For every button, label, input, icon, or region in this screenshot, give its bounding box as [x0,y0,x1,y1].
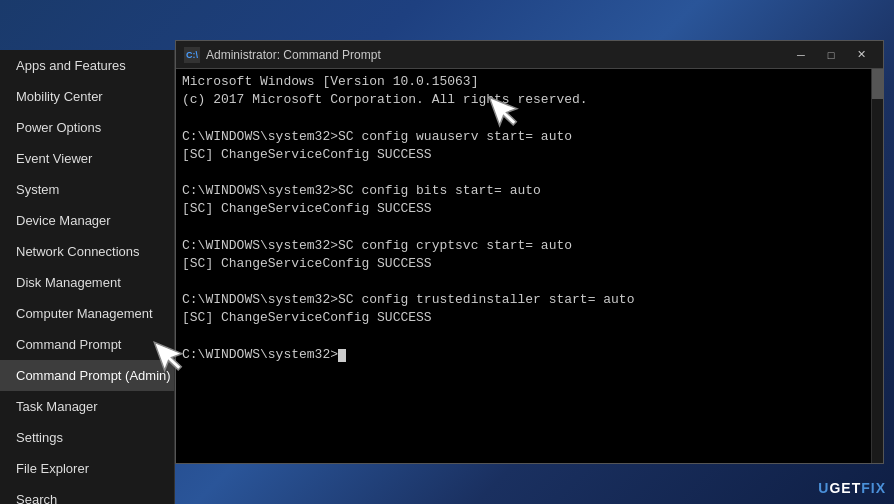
watermark: UGETFIX [818,480,886,496]
menu-item-mobility-center[interactable]: Mobility Center [0,81,174,112]
desktop: Apps and FeaturesMobility CenterPower Op… [0,0,894,504]
menu-item-computer-management[interactable]: Computer Management [0,298,174,329]
menu-item-command-prompt[interactable]: Command Prompt [0,329,174,360]
menu-item-search[interactable]: Search [0,484,174,504]
menu-item-power-options[interactable]: Power Options [0,112,174,143]
minimize-button[interactable]: ─ [787,45,815,65]
cmd-icon: C:\ [184,47,200,63]
cmd-scrollbar[interactable] [871,69,883,463]
watermark-fix: FIX [861,480,886,496]
menu-item-settings[interactable]: Settings [0,422,174,453]
menu-item-disk-management[interactable]: Disk Management [0,267,174,298]
watermark-get: GET [829,480,861,496]
menu-item-event-viewer[interactable]: Event Viewer [0,143,174,174]
cmd-titlebar-text: Administrator: Command Prompt [206,48,787,62]
menu-item-task-manager[interactable]: Task Manager [0,391,174,422]
menu-item-system[interactable]: System [0,174,174,205]
cmd-scrollbar-thumb[interactable] [872,69,883,99]
menu-item-apps-and-features[interactable]: Apps and Features [0,50,174,81]
close-button[interactable]: ✕ [847,45,875,65]
cmd-content: Microsoft Windows [Version 10.0.15063] (… [176,69,871,463]
watermark-u: U [818,480,829,496]
maximize-button[interactable]: □ [817,45,845,65]
cmd-window: C:\ Administrator: Command Prompt ─ □ ✕ … [175,40,884,464]
menu-item-command-prompt-admin[interactable]: Command Prompt (Admin) [0,360,174,391]
menu-item-network-connections[interactable]: Network Connections [0,236,174,267]
context-menu: Apps and FeaturesMobility CenterPower Op… [0,50,175,504]
menu-item-device-manager[interactable]: Device Manager [0,205,174,236]
menu-item-file-explorer[interactable]: File Explorer [0,453,174,484]
cmd-cursor [338,349,346,362]
cmd-titlebar: C:\ Administrator: Command Prompt ─ □ ✕ [176,41,883,69]
cmd-titlebar-buttons: ─ □ ✕ [787,45,875,65]
cmd-body: Microsoft Windows [Version 10.0.15063] (… [176,69,883,463]
